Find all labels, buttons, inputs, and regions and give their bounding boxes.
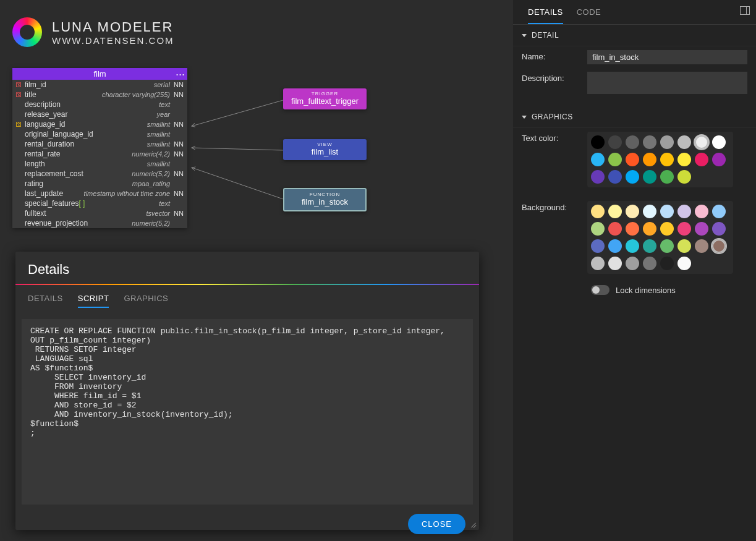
badge-label: film_fulltext_trigger xyxy=(287,96,363,106)
script-editor[interactable] xyxy=(22,319,473,505)
section-detail[interactable]: DETAIL xyxy=(513,25,756,46)
canvas-area: LUNA MODELER WWW.DATENSEN.COM film ⋯ ⚿fi… xyxy=(0,0,513,541)
table-row[interactable]: ⚿language_idsmallintNN xyxy=(12,119,187,129)
key-pk-icon: ⚿ xyxy=(16,90,25,100)
color-swatch[interactable] xyxy=(591,239,605,253)
color-swatch[interactable] xyxy=(608,153,622,166)
table-row[interactable]: lengthsmallint xyxy=(12,159,187,169)
tab-script[interactable]: SCRIPT xyxy=(78,294,109,308)
badge-trigger[interactable]: TRIGGER film_fulltext_trigger xyxy=(283,88,367,109)
color-swatch[interactable] xyxy=(626,170,639,184)
table-row[interactable]: last_updatetimestamp without time zoneNN xyxy=(12,189,187,198)
entity-menu-icon[interactable]: ⋯ xyxy=(176,69,184,80)
table-row[interactable]: rental_durationsmallintNN xyxy=(12,139,187,149)
color-swatch[interactable] xyxy=(608,222,622,236)
color-swatch[interactable] xyxy=(677,257,691,270)
description-input[interactable] xyxy=(587,72,747,94)
lock-dimensions-toggle[interactable] xyxy=(591,285,609,295)
color-swatch[interactable] xyxy=(626,153,639,166)
table-row[interactable]: release_yearyear xyxy=(12,109,187,119)
color-swatch[interactable] xyxy=(712,153,726,166)
column-name: rental_duration xyxy=(25,140,74,149)
color-swatch[interactable] xyxy=(591,153,605,166)
table-row[interactable]: descriptiontext xyxy=(12,100,187,109)
column-nn: NN xyxy=(170,150,184,159)
color-swatch[interactable] xyxy=(643,239,656,253)
color-swatch[interactable] xyxy=(608,205,622,218)
table-row[interactable]: ⚿film_idserialNN xyxy=(12,80,187,90)
color-swatch[interactable] xyxy=(712,205,726,218)
color-swatch[interactable] xyxy=(643,170,656,184)
column-name: rating xyxy=(25,179,43,189)
entity-film[interactable]: film ⋯ ⚿film_idserialNN⚿titlecharacter v… xyxy=(12,68,187,228)
color-swatch[interactable] xyxy=(626,205,639,218)
badge-function[interactable]: FUNCTION film_in_stock xyxy=(283,188,367,211)
tab-graphics[interactable]: GRAPHICS xyxy=(124,294,168,308)
resize-handle-icon[interactable] xyxy=(469,520,477,527)
color-swatch[interactable] xyxy=(591,205,605,218)
color-swatch[interactable] xyxy=(660,135,674,149)
color-swatch[interactable] xyxy=(643,222,656,236)
layout-toggle-icon[interactable] xyxy=(740,6,750,15)
color-swatch[interactable] xyxy=(677,153,691,166)
badge-view[interactable]: VIEW film_list xyxy=(283,139,367,160)
text-color-swatches xyxy=(587,132,733,187)
color-swatch[interactable] xyxy=(591,257,605,270)
color-swatch[interactable] xyxy=(712,239,726,253)
color-swatch[interactable] xyxy=(695,239,708,253)
tab-details[interactable]: DETAILS xyxy=(28,294,63,308)
color-swatch[interactable] xyxy=(695,135,708,149)
color-swatch[interactable] xyxy=(643,257,656,270)
color-swatch[interactable] xyxy=(643,135,656,149)
column-name: special_features xyxy=(25,199,79,208)
color-swatch[interactable] xyxy=(695,205,708,218)
table-row[interactable]: special_features[ ]text xyxy=(12,198,187,208)
color-swatch[interactable] xyxy=(712,222,726,236)
color-swatch[interactable] xyxy=(608,239,622,253)
color-swatch[interactable] xyxy=(677,222,691,236)
close-button[interactable]: CLOSE xyxy=(408,514,465,534)
color-swatch[interactable] xyxy=(677,239,691,253)
badge-kind: TRIGGER xyxy=(287,91,363,96)
color-swatch[interactable] xyxy=(677,135,691,149)
color-swatch[interactable] xyxy=(677,205,691,218)
table-row[interactable]: fulltexttsvectorNN xyxy=(12,208,187,218)
color-swatch[interactable] xyxy=(695,222,708,236)
column-type: text xyxy=(159,199,170,208)
sidebar-tab-code[interactable]: CODE xyxy=(577,7,601,24)
badge-label: film_in_stock xyxy=(288,197,362,207)
section-graphics[interactable]: GRAPHICS xyxy=(513,106,756,128)
color-swatch[interactable] xyxy=(660,239,674,253)
color-swatch[interactable] xyxy=(626,257,639,270)
table-row[interactable]: revenue_projectionnumeric(5,2) xyxy=(12,218,187,228)
sidebar-tab-details[interactable]: DETAILS xyxy=(528,7,563,24)
color-swatch[interactable] xyxy=(591,170,605,184)
color-swatch[interactable] xyxy=(626,239,639,253)
color-swatch[interactable] xyxy=(660,222,674,236)
entity-header[interactable]: film ⋯ xyxy=(12,68,187,80)
badge-kind: FUNCTION xyxy=(288,192,362,197)
color-swatch[interactable] xyxy=(608,170,622,184)
table-row[interactable]: replacement_costnumeric(5,2)NN xyxy=(12,169,187,179)
color-swatch[interactable] xyxy=(660,170,674,184)
table-row[interactable]: ratingmpaa_rating xyxy=(12,179,187,189)
color-swatch[interactable] xyxy=(608,257,622,270)
name-input[interactable] xyxy=(587,50,747,64)
color-swatch[interactable] xyxy=(626,222,639,236)
color-swatch[interactable] xyxy=(643,153,656,166)
color-swatch[interactable] xyxy=(660,153,674,166)
table-row[interactable]: rental_ratenumeric(4,2)NN xyxy=(12,149,187,159)
color-swatch[interactable] xyxy=(626,135,639,149)
color-swatch[interactable] xyxy=(695,153,708,166)
table-row[interactable]: original_language_idsmallint xyxy=(12,129,187,139)
color-swatch[interactable] xyxy=(677,170,691,184)
color-swatch[interactable] xyxy=(660,257,674,270)
color-swatch[interactable] xyxy=(591,135,605,149)
table-row[interactable]: ⚿titlecharacter varying(255)NN xyxy=(12,90,187,100)
svg-line-0 xyxy=(192,100,283,126)
color-swatch[interactable] xyxy=(643,205,656,218)
color-swatch[interactable] xyxy=(712,135,726,149)
color-swatch[interactable] xyxy=(591,222,605,236)
color-swatch[interactable] xyxy=(660,205,674,218)
color-swatch[interactable] xyxy=(608,135,622,149)
